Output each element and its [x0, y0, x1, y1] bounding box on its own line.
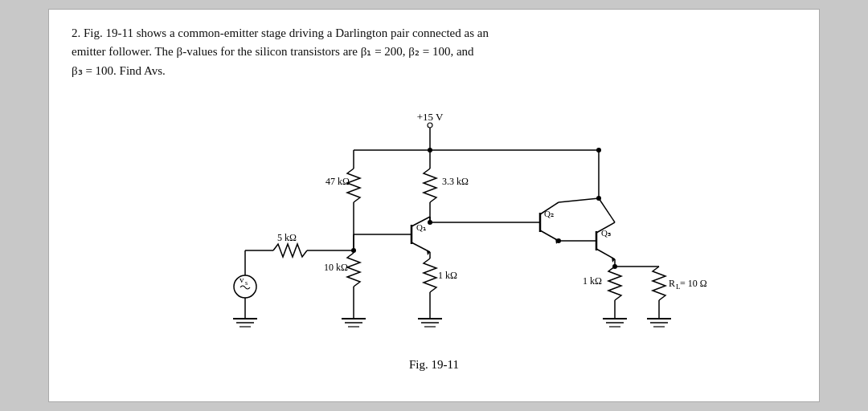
q2-emit-junction — [556, 238, 561, 243]
r2-label: 10 kΩ — [324, 262, 348, 273]
vs-subscript: s — [245, 279, 248, 287]
figure-caption: Fig. 19-11 — [409, 358, 459, 372]
q2-col-connect — [559, 198, 599, 202]
re1-label: 1 kΩ — [438, 270, 457, 281]
vs-label: v — [240, 275, 244, 284]
line2: emitter follower. The β-values for the s… — [72, 45, 474, 58]
top-right-junction — [596, 148, 601, 153]
rl-label: R — [669, 278, 675, 289]
vcc-label: +15 V — [417, 111, 444, 123]
re2-resistor — [608, 267, 621, 300]
q3-col-junction — [596, 196, 601, 201]
page: 2. Fig. 19-11 shows a common-emitter sta… — [48, 9, 820, 402]
q1-label: Q₁ — [416, 222, 426, 232]
rc-label: 3.3 kΩ — [442, 176, 469, 187]
line1: 2. Fig. 19-11 shows a common-emitter sta… — [72, 26, 489, 39]
rl-junction — [612, 264, 617, 269]
circuit-diagram: +15 V 3.3 kΩ 47 kΩ — [153, 106, 715, 355]
rs-label: 5 kΩ — [277, 232, 297, 243]
problem-text: 2. Fig. 19-11 shows a common-emitter sta… — [72, 24, 796, 80]
line3: β₃ = 100. Find Avs. — [72, 64, 166, 77]
re1-resistor — [424, 258, 436, 292]
q3-label: Q₃ — [601, 228, 611, 238]
rl-resistor — [653, 267, 665, 300]
rc-q2-junction — [428, 220, 432, 225]
q3-col-connect — [599, 198, 615, 222]
q1-emitter — [411, 242, 430, 252]
q2-label: Q₂ — [544, 209, 554, 218]
r1-label: 47 kΩ — [326, 176, 350, 187]
re2-label: 1 kΩ — [583, 275, 602, 287]
rc-resistor — [424, 169, 436, 202]
r2-resistor — [347, 253, 360, 287]
top-junction — [428, 148, 432, 153]
circuit-area: +15 V 3.3 kΩ 47 kΩ — [72, 87, 796, 392]
rs-resistor — [273, 244, 307, 257]
rl-value: = 10 Ω — [680, 278, 707, 289]
vcc-node — [428, 123, 432, 128]
